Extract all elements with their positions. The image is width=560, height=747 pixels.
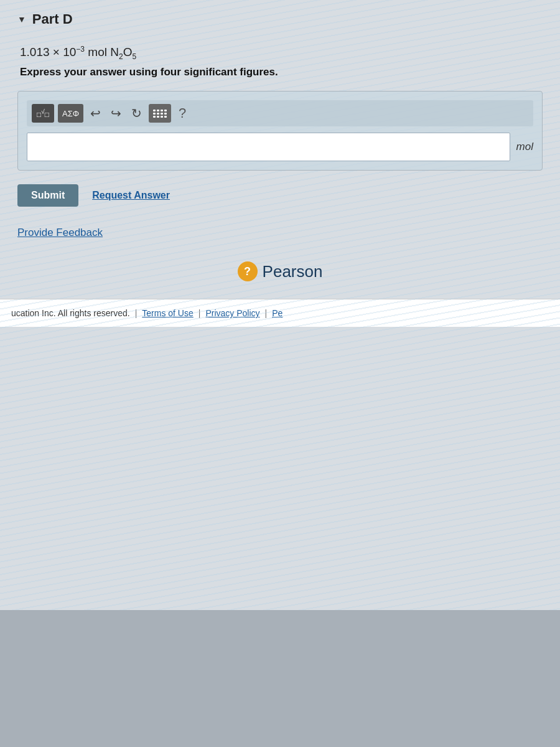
answer-input[interactable] — [27, 133, 510, 161]
pearson-logo-row: ? Pearson — [17, 261, 543, 281]
more-link[interactable]: Pe — [272, 308, 282, 318]
terms-of-use-link[interactable]: Terms of Use — [142, 308, 193, 318]
footer-sep-3: | — [265, 308, 268, 318]
greek-icon: ΑΣΦ — [62, 109, 79, 118]
instruction-text: Express your answer using four significa… — [20, 66, 543, 78]
provide-feedback-link[interactable]: Provide Feedback — [17, 227, 103, 239]
footer-sep-1: | — [135, 308, 138, 318]
answer-input-row: mol — [27, 133, 533, 161]
help-icon[interactable]: ? — [179, 105, 186, 121]
math-toolbar: □√□ ΑΣΦ ↩ ↪ ↻ — [27, 100, 533, 126]
undo-button[interactable]: ↩ — [87, 105, 104, 122]
bottom-gray-area — [0, 610, 560, 747]
part-title: Part D — [32, 11, 73, 27]
redo-icon: ↪ — [111, 106, 121, 120]
footer-sep-2: | — [198, 308, 201, 318]
footer-copyright: ucation Inc. All rights reserved. — [11, 308, 130, 318]
unit-label: mol — [516, 141, 533, 153]
formula-icon: □√□ — [37, 108, 49, 119]
keyboard-icon — [152, 108, 168, 119]
action-buttons-row: Submit Request Answer — [17, 184, 543, 207]
undo-icon: ↩ — [90, 106, 101, 120]
pearson-name: Pearson — [263, 262, 323, 281]
problem-equation: 1.013 × 10−3 mol N2O5 — [20, 45, 543, 61]
formula-template-button[interactable]: □√□ — [32, 104, 54, 123]
collapse-arrow-icon[interactable]: ▼ — [17, 14, 26, 24]
redo-button[interactable]: ↪ — [108, 105, 124, 122]
request-answer-button[interactable]: Request Answer — [92, 190, 170, 201]
greek-symbols-button[interactable]: ΑΣΦ — [58, 104, 83, 123]
submit-button[interactable]: Submit — [17, 184, 78, 207]
footer: ucation Inc. All rights reserved. | Term… — [0, 299, 560, 327]
privacy-policy-link[interactable]: Privacy Policy — [205, 308, 259, 318]
part-header: ▼ Part D — [17, 11, 543, 27]
answer-box: □√□ ΑΣΦ ↩ ↪ ↻ — [17, 91, 543, 171]
reset-icon: ↻ — [131, 106, 142, 120]
pearson-logo-icon: ? — [238, 261, 258, 281]
keyboard-button[interactable] — [149, 104, 171, 123]
reset-button[interactable]: ↻ — [128, 105, 145, 122]
